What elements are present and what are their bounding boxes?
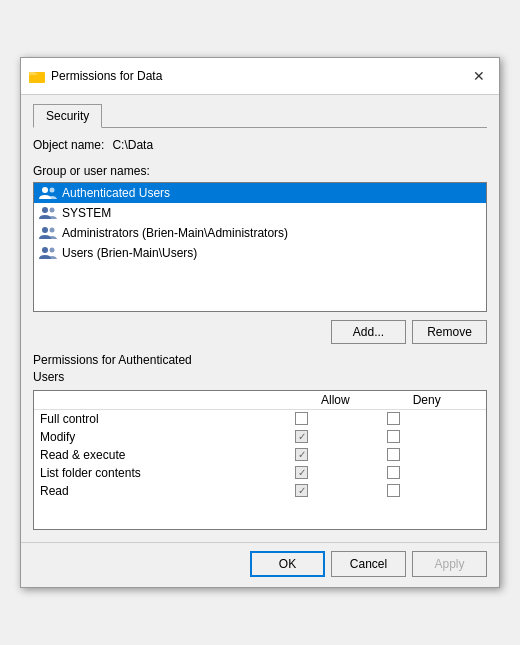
col-scroll-spacer (472, 391, 486, 410)
user-item[interactable]: Authenticated Users (34, 183, 486, 203)
permission-allow-cell[interactable] (289, 409, 381, 428)
object-name-label: Object name: (33, 138, 104, 152)
svg-rect-2 (29, 72, 35, 75)
col-permission (34, 391, 289, 410)
close-button[interactable]: ✕ (467, 64, 491, 88)
svg-point-7 (42, 227, 48, 233)
allow-checkbox[interactable] (295, 484, 308, 497)
svg-point-10 (50, 248, 55, 253)
users-list[interactable]: Authenticated Users SYSTEM Administrator… (33, 182, 487, 312)
deny-checkbox[interactable] (387, 412, 400, 425)
svg-point-9 (42, 247, 48, 253)
deny-checkbox[interactable] (387, 466, 400, 479)
object-name-value: C:\Data (112, 138, 153, 152)
col-allow: Allow (289, 391, 381, 410)
permission-allow-cell[interactable] (289, 464, 381, 482)
title-bar: Permissions for Data ✕ (21, 58, 499, 95)
remove-button[interactable]: Remove (412, 320, 487, 344)
permissions-dialog: Permissions for Data ✕ Security Object n… (20, 57, 500, 588)
svg-point-3 (42, 187, 48, 193)
permission-row: Read & execute (34, 446, 486, 464)
cancel-button[interactable]: Cancel (331, 551, 406, 577)
object-name-row: Object name: C:\Data (33, 138, 487, 152)
permission-deny-cell[interactable] (381, 446, 472, 464)
permission-row: Modify (34, 428, 486, 446)
permission-allow-cell[interactable] (289, 482, 381, 500)
user-item[interactable]: Administrators (Brien-Main\Administrator… (34, 223, 486, 243)
permission-name: Read & execute (34, 446, 289, 464)
user-group-icon (38, 185, 58, 201)
permission-name: Read (34, 482, 289, 500)
permission-name: List folder contents (34, 464, 289, 482)
user-item[interactable]: SYSTEM (34, 203, 486, 223)
dialog-body: Security Object name: C:\Data Group or u… (21, 95, 499, 542)
permissions-table-wrapper: Allow Deny Full controlModifyRead & exec… (33, 390, 487, 530)
tab-bar: Security (33, 103, 487, 128)
allow-checkbox[interactable] (295, 412, 308, 425)
user-group-icon (38, 245, 58, 261)
permission-allow-cell[interactable] (289, 428, 381, 446)
tab-security[interactable]: Security (33, 104, 102, 128)
permission-allow-cell[interactable] (289, 446, 381, 464)
allow-checkbox[interactable] (295, 466, 308, 479)
svg-point-5 (42, 207, 48, 213)
user-group-icon (38, 205, 58, 221)
group-section-label: Group or user names: (33, 164, 487, 178)
allow-checkbox[interactable] (295, 448, 308, 461)
deny-checkbox[interactable] (387, 430, 400, 443)
allow-checkbox[interactable] (295, 430, 308, 443)
add-remove-row: Add... Remove (33, 320, 487, 344)
dialog-footer: OK Cancel Apply (21, 542, 499, 587)
permissions-table: Allow Deny Full controlModifyRead & exec… (34, 391, 486, 500)
permission-name: Full control (34, 409, 289, 428)
folder-icon (29, 68, 45, 84)
permission-row: List folder contents (34, 464, 486, 482)
ok-button[interactable]: OK (250, 551, 325, 577)
user-name: Users (Brien-Main\Users) (62, 246, 197, 260)
permission-name: Modify (34, 428, 289, 446)
deny-checkbox[interactable] (387, 484, 400, 497)
deny-checkbox[interactable] (387, 448, 400, 461)
user-group-icon (38, 225, 58, 241)
permission-deny-cell[interactable] (381, 409, 472, 428)
svg-point-4 (50, 188, 55, 193)
permission-deny-cell[interactable] (381, 428, 472, 446)
svg-point-8 (50, 228, 55, 233)
col-deny: Deny (381, 391, 472, 410)
permission-row: Read (34, 482, 486, 500)
user-name: SYSTEM (62, 206, 111, 220)
permission-row: Full control (34, 409, 486, 428)
dialog-title: Permissions for Data (51, 69, 467, 83)
svg-point-6 (50, 208, 55, 213)
apply-button[interactable]: Apply (412, 551, 487, 577)
user-name: Authenticated Users (62, 186, 170, 200)
permission-deny-cell[interactable] (381, 464, 472, 482)
permission-deny-cell[interactable] (381, 482, 472, 500)
add-button[interactable]: Add... (331, 320, 406, 344)
permissions-label: Permissions for AuthenticatedUsers (33, 352, 487, 386)
user-item[interactable]: Users (Brien-Main\Users) (34, 243, 486, 263)
user-name: Administrators (Brien-Main\Administrator… (62, 226, 288, 240)
